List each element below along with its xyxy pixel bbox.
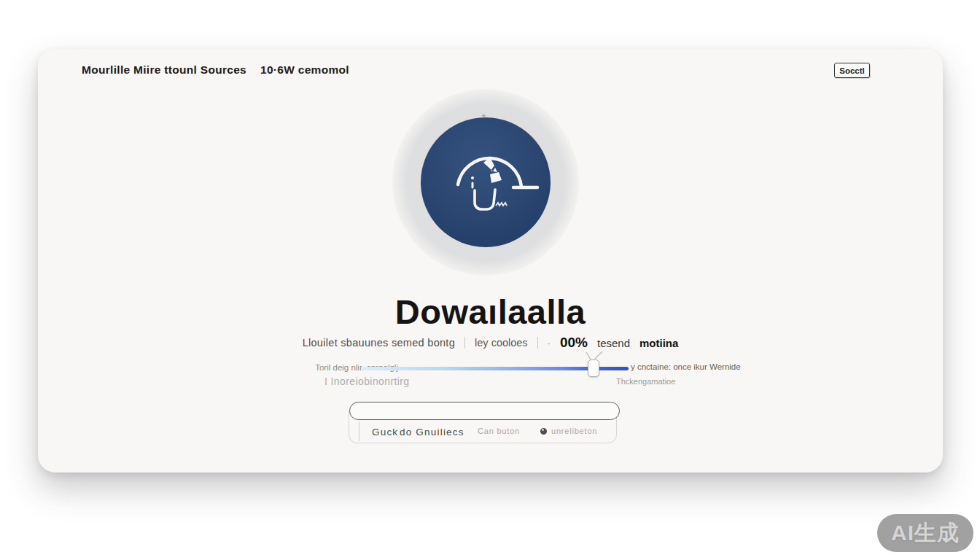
progress-sub-right-label: Thckengamatioe	[616, 377, 675, 386]
divider	[537, 337, 538, 349]
progress-slider-handle[interactable]	[588, 359, 599, 377]
header-action-button[interactable]: Socctl	[834, 63, 870, 78]
action-item-1[interactable]: Guck	[372, 427, 398, 438]
main-card: Mourlille Miire ttounl Sources 10·6W cem…	[38, 49, 943, 472]
meta-segment-2: ley cooloes	[475, 337, 528, 349]
meta-row: Llouilet sbauunes semed bontg ley cooloe…	[38, 335, 943, 351]
decorative-speck	[482, 114, 486, 117]
brand-title: Mourlille Miire ttounl Sources	[82, 63, 246, 77]
page-title: Dowaılaalla	[38, 292, 943, 332]
status-dot-icon	[540, 428, 547, 435]
action-item-4[interactable]: unrelibeton	[540, 427, 597, 435]
action-item-3[interactable]: Can buton	[478, 427, 520, 435]
divider	[464, 337, 465, 349]
hero-circle	[421, 117, 551, 247]
progress-right-label: y cnctaine: once ikur Wernide	[631, 362, 741, 371]
url-input[interactable]	[349, 402, 620, 420]
divider	[359, 421, 359, 441]
nav-item[interactable]: 10·6W cemomol	[260, 63, 349, 77]
progress-sub-left-label: I Inoreiobinonrtirg	[324, 376, 410, 387]
meta-segment-1: Llouilet sbauunes semed bontg	[303, 337, 455, 349]
action-item-2[interactable]: do Gnuiliecs	[400, 427, 464, 438]
meta-dot: ·	[548, 338, 551, 349]
action-item-4-label: unrelibeton	[551, 427, 597, 435]
ai-generated-watermark: AI生成	[877, 514, 973, 552]
download-cloud-icon	[421, 117, 551, 247]
progress-percent-label: 00%	[560, 335, 588, 351]
meta-mid-text: tesend	[597, 337, 630, 349]
meta-bold-text: motiina	[639, 337, 678, 349]
